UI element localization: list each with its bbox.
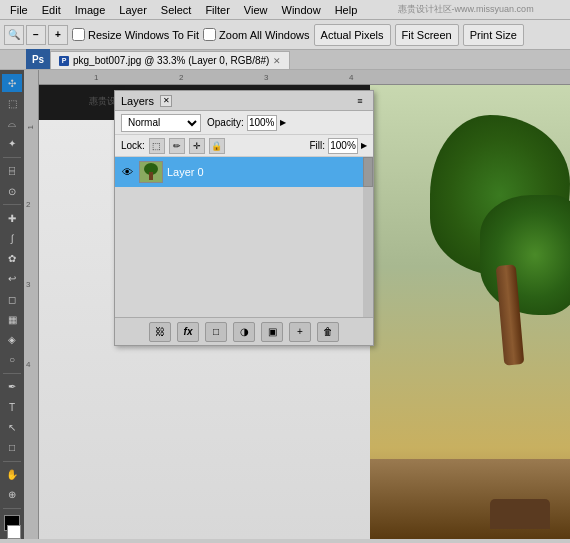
zoom-magnifier-btn[interactable]: 🔍 bbox=[4, 25, 24, 45]
bonsai-pot bbox=[490, 499, 550, 529]
layers-title: Layers bbox=[121, 95, 154, 107]
opacity-input[interactable] bbox=[247, 115, 277, 131]
ruler-v-1: 1 bbox=[26, 125, 35, 129]
bonsai-ground bbox=[370, 459, 570, 539]
fill-control: Fill: ▶ bbox=[309, 138, 367, 154]
ruler-h-3: 3 bbox=[264, 73, 268, 82]
layer-visibility-btn[interactable]: 👁 bbox=[119, 164, 135, 180]
layers-title-area: Layers ✕ bbox=[121, 95, 172, 107]
ruler-v-4: 4 bbox=[26, 360, 30, 369]
bonsai-tree-area bbox=[370, 85, 570, 539]
ruler-h-2: 2 bbox=[179, 73, 183, 82]
opacity-arrow-btn[interactable]: ▶ bbox=[280, 118, 286, 127]
resize-windows-checkbox-label: Resize Windows To Fit bbox=[72, 28, 199, 41]
blur-tool-btn[interactable]: ◈ bbox=[2, 330, 22, 348]
tool-divider-5 bbox=[3, 508, 21, 509]
menu-image[interactable]: Image bbox=[69, 2, 112, 18]
menu-select[interactable]: Select bbox=[155, 2, 198, 18]
main-area: ✣ ⬚ ⌓ ✦ ⌸ ⊙ ✚ ∫ ✿ ↩ ◻ ▦ ◈ ○ ✒ T ↖ □ ✋ ⊕ bbox=[0, 70, 570, 539]
link-layers-btn[interactable]: ⛓ bbox=[149, 322, 171, 342]
zoom-tool-btn[interactable]: ⊕ bbox=[2, 486, 22, 504]
layers-close-btn[interactable]: ✕ bbox=[160, 95, 172, 107]
layer-row-0[interactable]: 👁 Layer 0 bbox=[115, 157, 373, 187]
document-tab[interactable]: P pkg_bot007.jpg @ 33.3% (Layer 0, RGB/8… bbox=[50, 51, 290, 69]
fill-input[interactable] bbox=[328, 138, 358, 154]
toolbar: 🔍 − + Resize Windows To Fit Zoom All Win… bbox=[0, 20, 570, 50]
brush-tool-btn[interactable]: ∫ bbox=[2, 229, 22, 247]
healing-brush-btn[interactable]: ✚ bbox=[2, 209, 22, 227]
lock-transparent-btn[interactable]: ⬚ bbox=[149, 138, 165, 154]
zoom-all-checkbox-label: Zoom All Windows bbox=[203, 28, 309, 41]
canvas-area: 1 2 3 4 1 2 3 4 惠贵设计社区-www.missyuan.com … bbox=[24, 70, 570, 539]
text-tool-btn[interactable]: T bbox=[2, 398, 22, 416]
delete-layer-btn[interactable]: 🗑 bbox=[317, 322, 339, 342]
fill-label: Fill: bbox=[309, 140, 325, 151]
pen-tool-btn[interactable]: ✒ bbox=[2, 378, 22, 396]
zoom-all-checkbox[interactable] bbox=[203, 28, 216, 41]
layers-scrollbar-thumb[interactable] bbox=[363, 157, 373, 187]
menu-layer[interactable]: Layer bbox=[113, 2, 153, 18]
layer-style-btn[interactable]: fx bbox=[177, 322, 199, 342]
gradient-tool-btn[interactable]: ▦ bbox=[2, 310, 22, 328]
crop-tool-btn[interactable]: ⌸ bbox=[2, 162, 22, 180]
menu-file[interactable]: File bbox=[4, 2, 34, 18]
left-toolbar: ✣ ⬚ ⌓ ✦ ⌸ ⊙ ✚ ∫ ✿ ↩ ◻ ▦ ◈ ○ ✒ T ↖ □ ✋ ⊕ bbox=[0, 70, 24, 539]
layers-panel: Layers ✕ ≡ Normal Opacity: ▶ Lock: ⬚ bbox=[114, 90, 374, 346]
layers-titlebar: Layers ✕ ≡ bbox=[115, 91, 373, 111]
group-layer-btn[interactable]: ▣ bbox=[261, 322, 283, 342]
color-chips bbox=[3, 515, 21, 539]
dodge-tool-btn[interactable]: ○ bbox=[2, 351, 22, 369]
menu-window[interactable]: Window bbox=[276, 2, 327, 18]
tab-close-btn[interactable]: ✕ bbox=[273, 56, 281, 66]
magic-wand-btn[interactable]: ✦ bbox=[2, 135, 22, 153]
lasso-tool-btn[interactable]: ⌓ bbox=[2, 114, 22, 132]
new-layer-btn[interactable]: + bbox=[289, 322, 311, 342]
eyedropper-btn[interactable]: ⊙ bbox=[2, 182, 22, 200]
lock-image-btn[interactable]: ✏ bbox=[169, 138, 185, 154]
shape-tool-btn[interactable]: □ bbox=[2, 438, 22, 456]
ruler-h-4: 4 bbox=[349, 73, 353, 82]
ruler-h-1: 1 bbox=[94, 73, 98, 82]
opacity-label: Opacity: bbox=[207, 117, 244, 128]
path-select-btn[interactable]: ↖ bbox=[2, 418, 22, 436]
tool-divider-3 bbox=[3, 373, 21, 374]
lock-label: Lock: bbox=[121, 140, 145, 151]
eraser-btn[interactable]: ◻ bbox=[2, 290, 22, 308]
ruler-v-3: 3 bbox=[26, 280, 30, 289]
menu-edit[interactable]: Edit bbox=[36, 2, 67, 18]
layers-menu-btn[interactable]: ≡ bbox=[353, 94, 367, 108]
adjustment-layer-btn[interactable]: ◑ bbox=[233, 322, 255, 342]
menu-help[interactable]: Help bbox=[329, 2, 364, 18]
layer-mask-btn[interactable]: □ bbox=[205, 322, 227, 342]
zoom-in-btn[interactable]: + bbox=[48, 25, 68, 45]
background-color[interactable] bbox=[7, 525, 21, 539]
fill-arrow-btn[interactable]: ▶ bbox=[361, 141, 367, 150]
lock-all-btn[interactable]: 🔒 bbox=[209, 138, 225, 154]
resize-windows-checkbox[interactable] bbox=[72, 28, 85, 41]
tool-divider-4 bbox=[3, 461, 21, 462]
layers-list[interactable]: 👁 Layer 0 bbox=[115, 157, 373, 317]
tool-divider-2 bbox=[3, 204, 21, 205]
menu-view[interactable]: View bbox=[238, 2, 274, 18]
move-tool-btn[interactable]: ✣ bbox=[2, 74, 22, 92]
fit-screen-btn[interactable]: Fit Screen bbox=[395, 24, 459, 46]
zoom-out-btn[interactable]: − bbox=[26, 25, 46, 45]
menu-bar: File Edit Image Layer Select Filter View… bbox=[0, 0, 570, 20]
menu-filter[interactable]: Filter bbox=[199, 2, 235, 18]
print-size-btn[interactable]: Print Size bbox=[463, 24, 524, 46]
clone-stamp-btn[interactable]: ✿ bbox=[2, 250, 22, 268]
bonsai-tree bbox=[390, 115, 570, 415]
history-brush-btn[interactable]: ↩ bbox=[2, 270, 22, 288]
marquee-tool-btn[interactable]: ⬚ bbox=[2, 94, 22, 112]
layers-scrollbar[interactable] bbox=[363, 157, 373, 317]
blend-mode-select[interactable]: Normal bbox=[121, 114, 201, 132]
ruler-top: 1 2 3 4 bbox=[39, 70, 570, 85]
hand-tool-btn[interactable]: ✋ bbox=[2, 466, 22, 484]
layers-lock-bar: Lock: ⬚ ✏ ✛ 🔒 Fill: ▶ bbox=[115, 135, 373, 157]
layers-options-bar: Normal Opacity: ▶ bbox=[115, 111, 373, 135]
lock-position-btn[interactable]: ✛ bbox=[189, 138, 205, 154]
actual-pixels-btn[interactable]: Actual Pixels bbox=[314, 24, 391, 46]
layer-name-0: Layer 0 bbox=[167, 166, 369, 178]
ruler-v-2: 2 bbox=[26, 200, 30, 209]
zoom-tool-group: 🔍 − + bbox=[4, 25, 68, 45]
